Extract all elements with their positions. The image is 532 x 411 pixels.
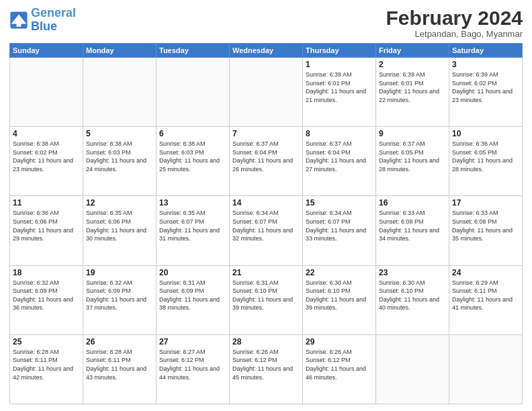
day-info: Sunrise: 6:32 AMSunset: 6:09 PMDaylight:… <box>86 279 153 312</box>
day-number: 15 <box>306 198 373 208</box>
day-number: 5 <box>86 129 153 138</box>
day-number: 1 <box>306 60 373 69</box>
day-info: Sunrise: 6:31 AMSunset: 6:10 PMDaylight:… <box>232 279 300 312</box>
calendar-cell: 3Sunrise: 6:39 AMSunset: 6:02 PMDaylight… <box>449 58 523 127</box>
day-number: 24 <box>452 268 519 277</box>
calendar-week-row: 11Sunrise: 6:36 AMSunset: 6:06 PMDayligh… <box>10 196 523 265</box>
logo-line1: General <box>31 6 76 19</box>
calendar-cell: 8Sunrise: 6:37 AMSunset: 6:04 PMDaylight… <box>303 127 376 196</box>
calendar-cell: 24Sunrise: 6:29 AMSunset: 6:11 PMDayligh… <box>449 265 523 334</box>
calendar-cell <box>157 58 230 127</box>
calendar-cell: 5Sunrise: 6:38 AMSunset: 6:03 PMDaylight… <box>83 127 157 196</box>
day-info: Sunrise: 6:32 AMSunset: 6:09 PMDaylight:… <box>13 279 80 312</box>
weekday-header: Thursday <box>303 44 376 58</box>
day-number: 22 <box>306 268 373 277</box>
day-number: 18 <box>13 268 80 277</box>
calendar-cell: 10Sunrise: 6:36 AMSunset: 6:05 PMDayligh… <box>449 127 523 196</box>
day-info: Sunrise: 6:38 AMSunset: 6:03 PMDaylight:… <box>86 140 153 173</box>
day-info: Sunrise: 6:35 AMSunset: 6:07 PMDaylight:… <box>159 209 226 242</box>
weekday-row: SundayMondayTuesdayWednesdayThursdayFrid… <box>10 44 523 58</box>
day-number: 7 <box>232 129 300 138</box>
day-info: Sunrise: 6:35 AMSunset: 6:06 PMDaylight:… <box>86 209 153 242</box>
day-info: Sunrise: 6:37 AMSunset: 6:05 PMDaylight:… <box>379 140 446 173</box>
calendar-cell: 14Sunrise: 6:34 AMSunset: 6:07 PMDayligh… <box>230 196 303 265</box>
day-info: Sunrise: 6:36 AMSunset: 6:05 PMDaylight:… <box>452 140 519 173</box>
calendar-cell: 25Sunrise: 6:28 AMSunset: 6:11 PMDayligh… <box>10 334 83 404</box>
weekday-header: Monday <box>83 44 157 58</box>
day-number: 12 <box>86 198 153 208</box>
calendar-cell: 6Sunrise: 6:38 AMSunset: 6:03 PMDaylight… <box>157 127 230 196</box>
day-info: Sunrise: 6:39 AMSunset: 6:02 PMDaylight:… <box>452 71 519 104</box>
day-info: Sunrise: 6:28 AMSunset: 6:11 PMDaylight:… <box>13 348 80 381</box>
weekday-header: Friday <box>376 44 449 58</box>
title-block: February 2024 Letpandan, Bago, Myanmar <box>386 7 523 39</box>
day-number: 21 <box>232 268 300 277</box>
day-info: Sunrise: 6:38 AMSunset: 6:03 PMDaylight:… <box>159 140 226 173</box>
calendar-cell: 28Sunrise: 6:26 AMSunset: 6:12 PMDayligh… <box>230 334 303 404</box>
day-number: 29 <box>306 337 373 347</box>
day-number: 27 <box>159 337 226 347</box>
day-number: 3 <box>452 60 519 69</box>
calendar-cell: 9Sunrise: 6:37 AMSunset: 6:05 PMDaylight… <box>376 127 449 196</box>
calendar-table: SundayMondayTuesdayWednesdayThursdayFrid… <box>9 43 523 404</box>
day-info: Sunrise: 6:33 AMSunset: 6:08 PMDaylight:… <box>452 209 519 242</box>
calendar-cell <box>230 58 303 127</box>
calendar-cell: 7Sunrise: 6:37 AMSunset: 6:04 PMDaylight… <box>230 127 303 196</box>
calendar-week-row: 18Sunrise: 6:32 AMSunset: 6:09 PMDayligh… <box>10 265 523 334</box>
logo-text: General Blue <box>31 7 76 34</box>
day-number: 20 <box>159 268 226 277</box>
calendar-week-row: 25Sunrise: 6:28 AMSunset: 6:11 PMDayligh… <box>10 334 523 404</box>
calendar-cell: 13Sunrise: 6:35 AMSunset: 6:07 PMDayligh… <box>157 196 230 265</box>
day-info: Sunrise: 6:26 AMSunset: 6:12 PMDaylight:… <box>232 348 300 381</box>
calendar-header: SundayMondayTuesdayWednesdayThursdayFrid… <box>10 44 523 58</box>
day-number: 28 <box>232 337 300 347</box>
weekday-header: Saturday <box>449 44 523 58</box>
calendar-cell: 12Sunrise: 6:35 AMSunset: 6:06 PMDayligh… <box>83 196 157 265</box>
day-number: 17 <box>452 198 519 208</box>
calendar-cell <box>83 58 157 127</box>
calendar-cell: 18Sunrise: 6:32 AMSunset: 6:09 PMDayligh… <box>10 265 83 334</box>
calendar-cell <box>10 58 83 127</box>
calendar-body: 1Sunrise: 6:39 AMSunset: 6:01 PMDaylight… <box>10 58 523 404</box>
day-number: 6 <box>159 129 226 138</box>
logo-icon <box>9 11 28 30</box>
day-number: 4 <box>13 129 80 138</box>
calendar-cell: 23Sunrise: 6:30 AMSunset: 6:10 PMDayligh… <box>376 265 449 334</box>
day-number: 26 <box>86 337 153 347</box>
day-info: Sunrise: 6:34 AMSunset: 6:07 PMDaylight:… <box>232 209 300 242</box>
day-info: Sunrise: 6:30 AMSunset: 6:10 PMDaylight:… <box>379 279 446 312</box>
day-info: Sunrise: 6:39 AMSunset: 6:01 PMDaylight:… <box>379 71 446 104</box>
day-info: Sunrise: 6:27 AMSunset: 6:12 PMDaylight:… <box>159 348 226 381</box>
day-info: Sunrise: 6:28 AMSunset: 6:11 PMDaylight:… <box>86 348 153 381</box>
day-info: Sunrise: 6:31 AMSunset: 6:09 PMDaylight:… <box>159 279 226 312</box>
calendar-week-row: 4Sunrise: 6:38 AMSunset: 6:02 PMDaylight… <box>10 127 523 196</box>
calendar-cell: 27Sunrise: 6:27 AMSunset: 6:12 PMDayligh… <box>157 334 230 404</box>
day-number: 9 <box>379 129 446 138</box>
logo: General Blue <box>9 7 76 34</box>
day-number: 25 <box>13 337 80 347</box>
location: Letpandan, Bago, Myanmar <box>386 29 523 39</box>
calendar-cell: 17Sunrise: 6:33 AMSunset: 6:08 PMDayligh… <box>449 196 523 265</box>
calendar-cell: 26Sunrise: 6:28 AMSunset: 6:11 PMDayligh… <box>83 334 157 404</box>
day-info: Sunrise: 6:26 AMSunset: 6:12 PMDaylight:… <box>306 348 373 381</box>
header: General Blue February 2024 Letpandan, Ba… <box>9 7 523 39</box>
svg-rect-2 <box>17 21 21 26</box>
logo-line2: Blue <box>31 19 57 33</box>
day-number: 8 <box>306 129 373 138</box>
calendar-cell: 19Sunrise: 6:32 AMSunset: 6:09 PMDayligh… <box>83 265 157 334</box>
day-number: 13 <box>159 198 226 208</box>
weekday-header: Sunday <box>10 44 83 58</box>
calendar-cell: 16Sunrise: 6:33 AMSunset: 6:08 PMDayligh… <box>376 196 449 265</box>
day-number: 10 <box>452 129 519 138</box>
page: General Blue February 2024 Letpandan, Ba… <box>0 0 532 411</box>
weekday-header: Wednesday <box>230 44 303 58</box>
day-info: Sunrise: 6:37 AMSunset: 6:04 PMDaylight:… <box>232 140 300 173</box>
day-number: 11 <box>13 198 80 208</box>
calendar-cell <box>376 334 449 404</box>
calendar-cell: 4Sunrise: 6:38 AMSunset: 6:02 PMDaylight… <box>10 127 83 196</box>
day-info: Sunrise: 6:36 AMSunset: 6:06 PMDaylight:… <box>13 209 80 242</box>
day-info: Sunrise: 6:38 AMSunset: 6:02 PMDaylight:… <box>13 140 80 173</box>
day-info: Sunrise: 6:37 AMSunset: 6:04 PMDaylight:… <box>306 140 373 173</box>
day-number: 23 <box>379 268 446 277</box>
day-info: Sunrise: 6:29 AMSunset: 6:11 PMDaylight:… <box>452 279 519 312</box>
